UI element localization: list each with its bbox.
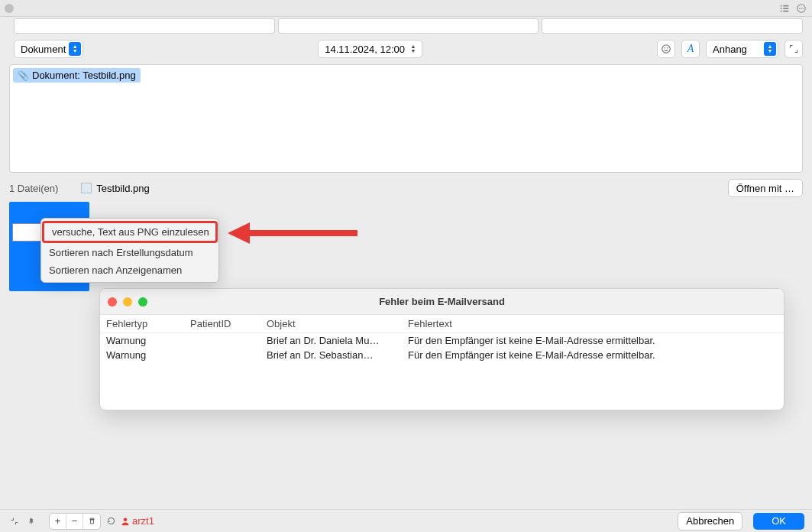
datetime-value: 14.11.2024, 12:00 — [325, 44, 405, 55]
type-select-label: Dokument — [21, 44, 66, 55]
chevron-updown-icon: ▲▼ — [764, 42, 776, 56]
svg-point-9 — [124, 517, 128, 521]
ok-button[interactable]: OK — [753, 513, 804, 530]
user-badge[interactable]: arzt1 — [121, 515, 154, 527]
cell-object: Brief an Dr. Daniela Mu… — [267, 335, 408, 346]
expand-button[interactable] — [785, 40, 803, 58]
dialog-titlebar[interactable]: Fehler beim E-Mailversand — [100, 289, 784, 315]
header-fields — [0, 17, 812, 35]
col-patientid[interactable]: PatientID — [190, 318, 267, 329]
file-icon — [81, 183, 92, 193]
filename-label: Testbild.png — [96, 183, 149, 194]
list-icon[interactable] — [778, 2, 791, 15]
cancel-label: Abbrechen — [686, 515, 734, 527]
chevron-updown-icon: ▲▼ — [69, 42, 81, 56]
pin-icon[interactable] — [24, 514, 38, 528]
type-select[interactable]: Dokument ▲▼ — [14, 40, 83, 58]
add-button[interactable]: + — [50, 514, 66, 529]
more-icon[interactable] — [795, 2, 807, 15]
user-label: arzt1 — [132, 515, 154, 527]
svg-point-4 — [662, 45, 671, 54]
table-row[interactable]: Warnung Brief an Dr. Sebastian… Für den … — [100, 348, 784, 362]
dialog-columns: Fehlertyp PatientID Objekt Fehlertext — [100, 315, 784, 333]
ok-label: OK — [772, 515, 786, 527]
delete-button[interactable] — [83, 514, 100, 529]
svg-marker-8 — [228, 222, 250, 244]
svg-point-1 — [799, 8, 801, 9]
cell-object: Brief an Dr. Sebastian… — [267, 349, 408, 361]
attachment-select-label: Anhang — [713, 44, 747, 55]
cell-type: Warnung — [106, 349, 190, 361]
header-field-1[interactable] — [14, 18, 275, 34]
cell-patient — [190, 349, 267, 361]
error-dialog: Fehler beim E-Mailversand Fehlertyp Pati… — [99, 288, 785, 410]
svg-point-5 — [664, 47, 665, 49]
datetime-field[interactable]: 14.11.2024, 12:00 ▲▼ — [318, 40, 422, 58]
stepper-icon[interactable]: ▲▼ — [408, 44, 419, 54]
context-menu-item-sort-created[interactable]: Sortieren nach Erstellungsdatum — [41, 244, 218, 261]
table-row[interactable]: Warnung Brief an Dr. Daniela Mu… Für den… — [100, 333, 784, 348]
context-menu: versuche, Text aus PNG einzulesen Sortie… — [40, 218, 219, 283]
cancel-button[interactable]: Abbrechen — [678, 512, 742, 530]
open-with-label: Öffnen mit … — [736, 183, 794, 194]
emoji-button[interactable] — [657, 40, 675, 58]
collapse-icon[interactable] — [8, 514, 21, 528]
refresh-icon[interactable] — [104, 514, 118, 528]
header-field-2[interactable] — [278, 18, 539, 34]
col-objekt[interactable]: Objekt — [267, 318, 408, 329]
callout-arrow-icon — [224, 218, 361, 251]
window-close-button[interactable] — [5, 4, 14, 13]
svg-point-3 — [802, 8, 804, 9]
cell-text: Für den Empfänger ist keine E-Mail-Adres… — [408, 335, 778, 346]
attachment-chip-label: Dokument: Testbild.png — [32, 70, 136, 81]
open-with-button[interactable]: Öffnen mit … — [728, 179, 803, 197]
paperclip-icon: 📎 — [18, 70, 29, 81]
font-icon: A — [687, 43, 694, 55]
font-button[interactable]: A — [681, 40, 700, 58]
col-fehlertext[interactable]: Fehlertext — [408, 318, 778, 329]
remove-button[interactable]: − — [66, 514, 83, 529]
files-count: 1 Datei(en) — [9, 183, 58, 194]
svg-point-2 — [801, 8, 802, 9]
svg-point-6 — [667, 47, 668, 49]
dialog-title: Fehler beim E-Mailversand — [100, 296, 784, 307]
toolbar: Dokument ▲▼ 14.11.2024, 12:00 ▲▼ A Anhan… — [0, 35, 812, 63]
context-menu-item-sort-name[interactable]: Sortieren nach Anzeigenamen — [41, 261, 218, 279]
context-menu-item-ocr[interactable]: versuche, Text aus PNG einzulesen — [42, 221, 218, 243]
cell-type: Warnung — [106, 335, 190, 346]
cell-text: Für den Empfänger ist keine E-Mail-Adres… — [408, 349, 778, 361]
attachment-chip[interactable]: 📎 Dokument: Testbild.png — [13, 68, 141, 83]
header-field-3[interactable] — [542, 18, 803, 34]
files-header: 1 Datei(en) Testbild.png Öffnen mit … — [0, 177, 812, 199]
footer: + − arzt1 Abbrechen OK — [0, 509, 812, 532]
titlebar — [0, 0, 812, 17]
footer-segment: + − — [49, 513, 101, 530]
attachment-dropzone[interactable]: 📎 Dokument: Testbild.png — [9, 64, 803, 173]
attachment-select[interactable]: Anhang ▲▼ — [706, 40, 778, 58]
col-fehlertyp[interactable]: Fehlertyp — [106, 318, 190, 329]
cell-patient — [190, 335, 267, 346]
